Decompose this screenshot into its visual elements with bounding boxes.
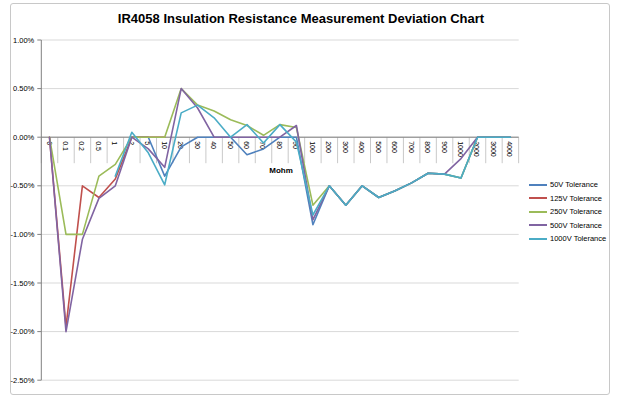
- x-tick-label: 80: [276, 141, 283, 149]
- x-tick-label: 1: [111, 141, 118, 145]
- legend-label: 50V Tolerance: [550, 180, 598, 189]
- legend-swatch-icon: [529, 211, 547, 213]
- chart-plot-area: 1.00%0.50%0.00%-0.50%-1.00%-1.50%-2.00%-…: [0, 0, 620, 405]
- x-tick-label: 700: [408, 141, 415, 153]
- x-tick-label: 50: [227, 141, 234, 149]
- legend-item: 50V Tolerance: [529, 178, 617, 192]
- x-tick-label: 200: [325, 141, 332, 153]
- legend-item: 125V Tolerance: [529, 192, 617, 206]
- x-tick-label: 100: [309, 141, 316, 153]
- x-tick-label: 10: [161, 141, 168, 149]
- x-tick-label: 600: [391, 141, 398, 153]
- x-tick-label: 800: [424, 141, 431, 153]
- x-tick-label: 4000: [506, 141, 513, 157]
- legend: 50V Tolerance125V Tolerance250V Toleranc…: [529, 178, 617, 246]
- x-tick-label: 60: [243, 141, 250, 149]
- legend-label: 125V Tolerance: [550, 194, 602, 203]
- y-tick-label: -2.00%: [11, 327, 35, 336]
- x-tick-label: 1000: [457, 141, 464, 157]
- chart-window: IR4058 Insulation Resistance Measurement…: [0, 0, 620, 405]
- y-tick-label: -1.00%: [11, 230, 35, 239]
- legend-item: 250V Tolerance: [529, 205, 617, 219]
- legend-swatch-icon: [529, 197, 547, 199]
- x-tick-label: 500: [375, 141, 382, 153]
- series-line-125v-tolerance: [50, 137, 165, 327]
- x-tick-label: 0.2: [78, 141, 85, 151]
- y-tick-label: 0.00%: [13, 133, 35, 142]
- legend-label: 500V Tolerance: [550, 221, 602, 230]
- x-tick-label: 0.1: [62, 141, 69, 151]
- y-tick-label: -1.50%: [11, 279, 35, 288]
- x-tick-label: 40: [210, 141, 217, 149]
- legend-swatch-icon: [529, 184, 547, 186]
- y-tick-label: 0.50%: [13, 84, 35, 93]
- legend-item: 1000V Tolerance: [529, 232, 617, 246]
- y-tick-label: -2.50%: [11, 376, 35, 385]
- legend-item: 500V Tolerance: [529, 219, 617, 233]
- x-tick-label: 400: [358, 141, 365, 153]
- legend-swatch-icon: [529, 224, 547, 226]
- x-tick-label: 3000: [490, 141, 497, 157]
- x-tick-label: 900: [441, 141, 448, 153]
- x-tick-label: 30: [194, 141, 201, 149]
- series-line-250v-tolerance: [50, 89, 511, 235]
- y-tick-label: 1.00%: [13, 36, 35, 45]
- x-tick-label: 300: [342, 141, 349, 153]
- y-tick-label: -0.50%: [11, 181, 35, 190]
- legend-label: 250V Tolerance: [550, 207, 602, 216]
- legend-swatch-icon: [529, 238, 547, 240]
- x-tick-label: 0.5: [95, 141, 102, 151]
- legend-label: 1000V Tolerance: [550, 234, 606, 243]
- x-axis-title: Mohm: [251, 166, 311, 175]
